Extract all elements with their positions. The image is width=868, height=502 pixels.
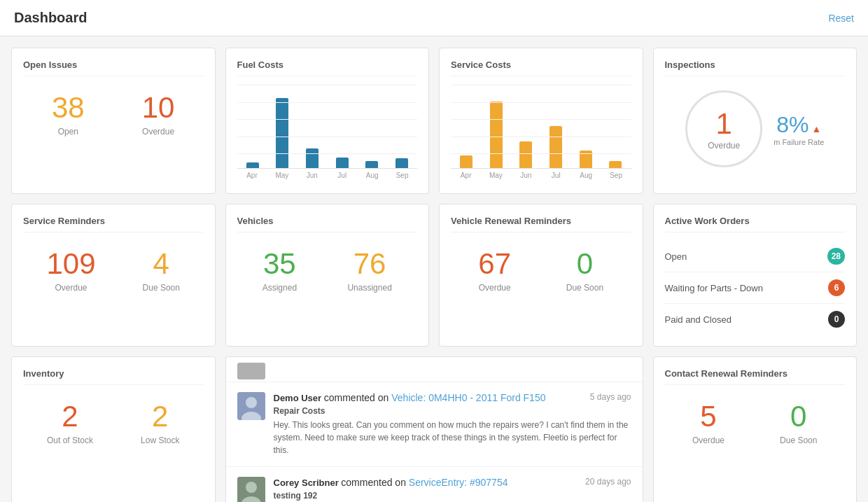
open-issues-stats: 38 Open 10 Overdue: [23, 85, 204, 144]
svg-point-1: [246, 397, 257, 408]
avatar-corey-scribner: [237, 477, 265, 502]
work-order-list: Open28Waiting for Parts - Down6Paid and …: [665, 241, 846, 335]
fuel-month-label: Jun: [297, 172, 327, 179]
service-month-label: Jun: [511, 172, 541, 179]
activity-subject-0: Repair Costs: [274, 406, 631, 416]
contact-renewal-title: Contact Renewal Reminders: [665, 368, 846, 385]
service-bar-group: [454, 155, 479, 168]
contact-renewal-stats: 5 Overdue 0 Due Soon: [665, 393, 846, 452]
assigned-label: Assigned: [262, 283, 297, 293]
failure-rate-label: m Failure Rate: [774, 138, 824, 146]
activity-content-1: Corey Scribner commented on ServiceEntry…: [274, 477, 631, 502]
service-bar-group: [484, 102, 510, 168]
inventory-out-of-stock: 2 Out of Stock: [47, 400, 93, 445]
work-order-label: Open: [665, 251, 687, 262]
vehicle-renewal-card: Vehicle Renewal Reminders 67 Overdue 0 D…: [439, 204, 643, 347]
activity-time-0: 5 days ago: [590, 392, 631, 402]
work-order-label: Waiting for Parts - Down: [665, 283, 763, 293]
fuel-bar: [246, 162, 259, 168]
inspections-card: Inspections 1 Overdue 8% ▲ m Failure Rat…: [653, 48, 858, 194]
overdue-gauge: 1 Overdue: [685, 90, 762, 167]
activity-subject-1: testing 192: [274, 491, 631, 501]
open-issues-overdue: 10 Overdue: [142, 92, 175, 137]
fuel-bar: [336, 158, 349, 168]
user-avatar-icon: [237, 392, 265, 420]
fuel-bar: [276, 98, 288, 168]
activity-card: Demo User commented on Vehicle: 0M4HH0 -…: [225, 356, 643, 502]
service-month-label: Sep: [601, 172, 631, 179]
service-bar: [519, 141, 532, 168]
open-count: 38: [52, 92, 85, 124]
activity-partial-top: [226, 357, 643, 382]
activity-text-0: Hey. This looks great. Can you comment o…: [274, 419, 631, 456]
vehicle-renewal-overdue: 67 Overdue: [478, 248, 511, 293]
work-order-row[interactable]: Paid and Closed0: [665, 304, 846, 335]
activity-link-0[interactable]: Vehicle: 0M4HH0 - 2011 Ford F150: [391, 392, 545, 403]
grid-line: [451, 85, 631, 85]
out-of-stock-count: 2: [47, 400, 93, 433]
avatar-demo-user: [237, 392, 265, 420]
reset-link[interactable]: Reset: [828, 13, 854, 24]
activity-link-1[interactable]: ServiceEntry: #907754: [409, 477, 508, 488]
low-stock-label: Low Stock: [141, 435, 179, 445]
vr-due-soon-count: 0: [566, 248, 603, 280]
service-month-label: Aug: [571, 172, 601, 179]
activity-user-0: Demo User: [274, 393, 324, 403]
service-bar-group: [513, 141, 539, 168]
svg-point-4: [246, 482, 257, 493]
service-bar-group: [573, 151, 598, 168]
activity-header-0: Demo User commented on Vehicle: 0M4HH0 -…: [274, 392, 631, 403]
cr-due-soon-label: Due Soon: [780, 435, 817, 445]
fuel-bar-group: [240, 162, 266, 168]
activity-content-0: Demo User commented on Vehicle: 0M4HH0 -…: [274, 392, 631, 456]
service-costs-title: Service Costs: [451, 60, 631, 76]
activity-meta-1: Corey Scribner commented on ServiceEntry…: [274, 477, 508, 488]
page-title: Dashboard: [14, 10, 87, 26]
vehicles-card: Vehicles 35 Assigned 76 Unassigned: [225, 204, 430, 347]
cr-overdue-label: Overdue: [692, 435, 724, 445]
activity-time-1: 20 days ago: [585, 477, 631, 487]
overdue-count: 10: [142, 92, 175, 124]
overdue-label: Overdue: [142, 127, 175, 137]
work-order-badge: 28: [827, 248, 845, 265]
work-order-badge: 0: [828, 311, 845, 328]
work-order-row[interactable]: Waiting for Parts - Down6: [665, 272, 846, 304]
contact-renewal-card: Contact Renewal Reminders 5 Overdue 0 Du…: [653, 356, 858, 502]
fuel-month-label: Apr: [237, 172, 267, 179]
fuel-bar: [396, 158, 408, 168]
contact-renewal-overdue: 5 Overdue: [692, 400, 724, 445]
fuel-bars: [240, 98, 415, 168]
fuel-costs-chart: [237, 85, 418, 169]
open-issues-card: Open Issues 38 Open 10 Overdue: [11, 48, 216, 194]
service-bar: [580, 151, 592, 168]
work-order-row[interactable]: Open28: [665, 241, 846, 272]
avatar-partial: [237, 363, 265, 379]
service-reminders-title: Service Reminders: [23, 216, 204, 232]
fuel-bar-group: [388, 158, 414, 168]
service-bar: [609, 161, 622, 168]
inspections-overdue-count: 1: [715, 107, 732, 141]
fuel-bar: [365, 161, 378, 168]
inventory-card: Inventory 2 Out of Stock 2 Low Stock: [11, 356, 216, 502]
dashboard-grid: Open Issues 38 Open 10 Overdue Fuel Cost…: [0, 36, 868, 502]
out-of-stock-label: Out of Stock: [47, 435, 93, 445]
service-reminders-card: Service Reminders 109 Overdue 4 Due Soon: [11, 204, 216, 347]
open-issues-title: Open Issues: [23, 60, 204, 76]
service-bar-group: [603, 161, 629, 168]
inventory-stats: 2 Out of Stock 2 Low Stock: [23, 393, 204, 452]
fuel-bar-group: [359, 161, 385, 168]
activity-meta-0: Demo User commented on Vehicle: 0M4HH0 -…: [274, 392, 546, 403]
fuel-labels: AprMayJunJulAugSep: [237, 169, 418, 182]
unassigned-count: 76: [347, 248, 391, 280]
inventory-title: Inventory: [23, 368, 204, 385]
fuel-bar-group: [270, 98, 295, 168]
cr-due-soon-count: 0: [780, 400, 817, 433]
service-bar-group: [543, 126, 569, 168]
inspections-overdue-label: Overdue: [708, 141, 740, 151]
open-label: Open: [52, 127, 85, 137]
fuel-month-label: Jul: [327, 172, 357, 179]
fuel-bar: [306, 148, 318, 168]
fuel-bar-group: [329, 158, 355, 168]
active-work-orders-card: Active Work Orders Open28Waiting for Par…: [653, 204, 858, 347]
service-month-label: May: [481, 172, 511, 179]
